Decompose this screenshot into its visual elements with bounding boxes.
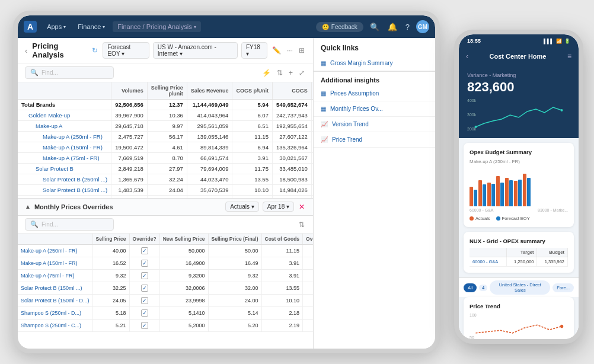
row-volumes: 92,506,856 [111, 100, 148, 110]
app-logo: A [24, 21, 37, 33]
bell-icon[interactable]: 🔔 [386, 23, 399, 31]
bar-chart [470, 168, 568, 206]
bar-group [496, 176, 504, 206]
filter-icon[interactable]: ⚡ [261, 68, 272, 78]
ov-row-override[interactable]: ✓ [129, 244, 159, 257]
bar-group [470, 187, 477, 206]
override-find-input[interactable]: 🔍 Find... [25, 218, 114, 231]
ov-row-name: Make-up A (250ml - FR) [18, 244, 92, 257]
grid-row-target: 1,250,000 [507, 257, 537, 267]
override-checkbox[interactable]: ✓ [141, 322, 148, 329]
row-gross-margin: (45,512,625) [311, 142, 313, 153]
ov-row-sp: 9.32 [92, 269, 129, 282]
override-sort-icon[interactable]: ⇅ [298, 219, 306, 230]
add-icon[interactable]: + [288, 68, 294, 78]
col-ov-cog: Cost of Goods [261, 234, 303, 245]
apr-selector[interactable]: Apr 18 ▾ [263, 202, 294, 212]
region-selector[interactable]: US W - Amazon.com - Internet ▾ [153, 42, 238, 59]
override-checkbox[interactable]: ✓ [141, 297, 148, 304]
col-gross-margin: Gross Margin [311, 82, 313, 100]
forecast-bar [518, 180, 522, 206]
ov-row-sp-final: 24.00 [208, 294, 261, 306]
avatar[interactable]: GM [416, 20, 429, 33]
ov-row-override-cogs[interactable] [303, 294, 313, 306]
grid-table: Target Budget 60000 - G&A 1,250,000 1,33… [470, 248, 568, 267]
grid-col-target: Target [507, 248, 537, 257]
legend-actuals: Actuals [470, 216, 490, 221]
pencil-icon[interactable]: ✏️ [271, 45, 282, 56]
quick-link-gross-margin[interactable]: ▦ Gross Margin Summary [314, 56, 435, 71]
actuals-bar [496, 176, 500, 206]
override-header-row: Selling Price Override? New Selling Pric… [18, 234, 313, 245]
insight-price-trend[interactable]: 📈 Price Trend [314, 132, 435, 148]
ov-row-cog: 2.19 [261, 319, 303, 331]
expand-icon[interactable]: ⤢ [298, 68, 306, 78]
ov-row-name: Make-up A (75ml - FR) [18, 269, 92, 282]
feedback-button[interactable]: 🙂 Feedback [316, 22, 363, 32]
grid-col-name [470, 248, 507, 257]
override-checkbox[interactable]: ✓ [141, 309, 148, 317]
insight-version-trend[interactable]: 📈 Version Trend [314, 117, 435, 132]
insight-prices-assumption[interactable]: ▦ Prices Assumption [314, 86, 435, 101]
ov-row-override-cogs[interactable] [303, 269, 313, 282]
override-checkbox[interactable]: ✓ [141, 260, 148, 267]
close-icon[interactable]: ✕ [298, 202, 306, 212]
phone-back-button[interactable]: ‹ [466, 52, 468, 60]
tab-united-direct-sales[interactable]: United States - Direct Sales [490, 280, 550, 295]
forecast-selector[interactable]: Forecast EOY ▾ [103, 42, 149, 59]
ov-row-sp: 5.18 [92, 306, 129, 319]
back-button[interactable]: ‹ [25, 46, 27, 55]
ov-row-override[interactable]: ✓ [129, 257, 159, 269]
row-cogs: 135,326,964 [272, 142, 311, 153]
phone-title: Cost Center Home [473, 53, 563, 60]
row-sp: 8.70 [147, 153, 187, 164]
variance-chart: 400k 300k 200k [467, 98, 570, 131]
insight-icon-0: ▦ [321, 90, 326, 97]
actuals-bar [478, 180, 482, 206]
ov-row-sp-final: 5.14 [208, 306, 261, 319]
ov-row-override-cogs[interactable] [303, 257, 313, 269]
bar-group [505, 178, 513, 206]
ov-row-name: Solar Protect B (150ml - D...) [18, 294, 92, 306]
search-icon[interactable]: 🔍 [368, 23, 381, 31]
phone-menu-icon[interactable]: ≡ [567, 52, 571, 60]
ov-row-override-cogs[interactable] [303, 244, 313, 257]
insight-monthly-prices[interactable]: ▦ Monthly Prices Ov... [314, 101, 435, 117]
row-cogs: 33,485,010 [272, 164, 311, 174]
ov-row-cog: 13.55 [261, 282, 303, 294]
row-gross-margin: 36,670,006 [311, 153, 313, 164]
tab-fore[interactable]: Fore... [553, 283, 574, 292]
more-icon[interactable]: ··· [286, 45, 294, 56]
ov-row-override[interactable]: ✓ [129, 282, 159, 294]
actuals-bar [514, 181, 518, 206]
ov-row-override-cogs[interactable] [303, 319, 313, 331]
col-ov-sp: Selling Price [92, 234, 129, 245]
ov-row-override-cogs[interactable] [303, 282, 313, 294]
row-volumes: 19,500,472 [111, 142, 148, 153]
refresh-icon[interactable]: ↻ [92, 46, 98, 55]
grid-icon[interactable]: ⊞ [298, 45, 306, 56]
col-ov-sp-final: Selling Price (Final) [208, 234, 261, 245]
override-checkbox[interactable]: ✓ [141, 272, 148, 279]
apps-menu[interactable]: Apps ▾ [43, 22, 70, 31]
override-checkbox[interactable]: ✓ [141, 247, 148, 254]
ov-row-override-cogs[interactable] [303, 306, 313, 319]
ov-row-override[interactable]: ✓ [129, 306, 159, 319]
override-checkbox[interactable]: ✓ [141, 285, 148, 292]
ov-row-sp-final: 50.00 [208, 244, 261, 257]
ov-row-override[interactable]: ✓ [129, 319, 159, 331]
actuals-selector[interactable]: Actuals ▾ [225, 202, 259, 212]
tab-all[interactable]: All [464, 283, 477, 292]
find-input[interactable]: 🔍 Find... [25, 66, 114, 79]
year-selector[interactable]: FY18 ▾ [241, 42, 267, 59]
row-sp: 24.04 [147, 185, 187, 196]
collapse-icon[interactable]: ▲ [25, 203, 31, 210]
ov-row-override[interactable]: ✓ [129, 269, 159, 282]
help-icon[interactable]: ? [404, 23, 411, 31]
row-cogs: 242,737,943 [272, 110, 311, 121]
finance-menu[interactable]: Finance ▾ [74, 22, 109, 31]
sort-icon[interactable]: ⇅ [276, 68, 284, 78]
actuals-bar [487, 183, 491, 206]
ov-row-override[interactable]: ✓ [129, 294, 159, 306]
tab-count: 4 [479, 285, 487, 291]
